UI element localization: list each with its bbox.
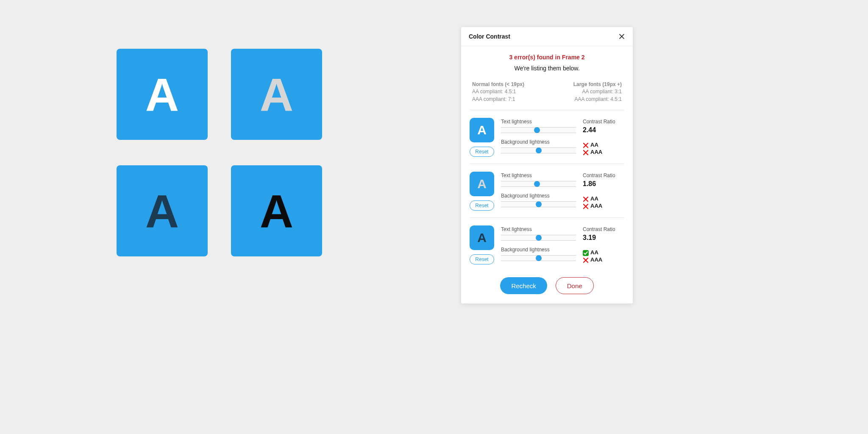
- background-lightness-group: Background lightness: [501, 193, 576, 207]
- canvas: A A A A: [117, 49, 322, 256]
- aa-status: AA: [583, 195, 624, 203]
- preview-column: A Reset: [470, 172, 494, 211]
- summary: 3 error(s) found in Frame 2 We're listin…: [461, 46, 633, 74]
- contrast-ratio-label: Contrast Ratio: [583, 119, 624, 125]
- background-lightness-slider[interactable]: [501, 255, 576, 261]
- reset-button[interactable]: Reset: [470, 200, 494, 211]
- text-lightness-group: Text lightness: [501, 119, 576, 133]
- background-lightness-label: Background lightness: [501, 193, 576, 199]
- fail-icon: [583, 257, 589, 263]
- error-row: A Reset Text lightness Background lightn…: [461, 164, 633, 217]
- background-lightness-group: Background lightness: [501, 247, 576, 261]
- error-row: A Reset Text lightness Background lightn…: [461, 110, 633, 164]
- aa-status: AA: [583, 142, 624, 149]
- error-count: 3 error(s) found in Frame 2: [470, 54, 624, 61]
- swatch-4[interactable]: A: [231, 165, 322, 256]
- reset-button[interactable]: Reset: [470, 254, 494, 264]
- text-lightness-slider[interactable]: [501, 235, 576, 241]
- slider-thumb[interactable]: [536, 147, 542, 153]
- error-row: A Reset Text lightness Background lightn…: [461, 218, 633, 271]
- panel-header: Color Contrast: [461, 27, 633, 46]
- slider-thumb[interactable]: [534, 127, 540, 133]
- preview-column: A Reset: [470, 118, 494, 157]
- ratio-column: Contrast Ratio 1.86 AA AAA: [583, 172, 624, 211]
- compliance-normal-heading: Normal fonts (< 19px): [472, 81, 524, 88]
- contrast-ratio-value: 2.44: [583, 126, 624, 134]
- aa-status: AA: [583, 249, 624, 256]
- text-lightness-label: Text lightness: [501, 172, 576, 178]
- fail-icon: [583, 142, 589, 148]
- color-preview: A: [470, 172, 494, 196]
- slider-thumb[interactable]: [536, 255, 542, 261]
- preview-column: A Reset: [470, 225, 494, 264]
- contrast-ratio-value: 1.86: [583, 180, 624, 188]
- fail-icon: [583, 196, 589, 202]
- fail-icon: [583, 150, 589, 156]
- aaa-status: AAA: [583, 203, 624, 210]
- compliance-large-aaa: AAA compliant: 4.5:1: [573, 96, 622, 103]
- text-lightness-label: Text lightness: [501, 226, 576, 232]
- text-lightness-label: Text lightness: [501, 119, 576, 125]
- recheck-button[interactable]: Recheck: [500, 277, 547, 294]
- color-preview: A: [470, 118, 494, 142]
- contrast-ratio-label: Contrast Ratio: [583, 172, 624, 178]
- background-lightness-slider[interactable]: [501, 201, 576, 207]
- background-lightness-slider[interactable]: [501, 147, 576, 153]
- reset-button[interactable]: Reset: [470, 147, 494, 157]
- compliance-large-aa: AA compliant: 3:1: [573, 88, 622, 95]
- panel-footer: Recheck Done: [461, 271, 633, 303]
- color-preview: A: [470, 225, 494, 250]
- aaa-status: AAA: [583, 256, 624, 264]
- compliance-normal-aa: AA compliant: 4.5:1: [472, 88, 524, 95]
- background-lightness-label: Background lightness: [501, 247, 576, 253]
- compliance-normal: Normal fonts (< 19px) AA compliant: 4.5:…: [472, 81, 524, 103]
- contrast-ratio-label: Contrast Ratio: [583, 226, 624, 232]
- slider-thumb[interactable]: [536, 201, 542, 207]
- slider-thumb[interactable]: [534, 181, 540, 187]
- background-lightness-group: Background lightness: [501, 139, 576, 153]
- ratio-column: Contrast Ratio 3.19 AA AAA: [583, 225, 624, 264]
- compliance-large: Large fonts (19px +) AA compliant: 3:1 A…: [573, 81, 622, 103]
- slider-thumb[interactable]: [536, 235, 542, 241]
- text-lightness-slider[interactable]: [501, 181, 576, 187]
- contrast-ratio-value: 3.19: [583, 234, 624, 242]
- ratio-column: Contrast Ratio 2.44 AA AAA: [583, 118, 624, 157]
- text-lightness-slider[interactable]: [501, 127, 576, 133]
- compliance-normal-aaa: AAA compliant: 7:1: [472, 96, 524, 103]
- text-lightness-group: Text lightness: [501, 172, 576, 187]
- sliders-column: Text lightness Background lightness: [501, 225, 576, 264]
- done-button[interactable]: Done: [556, 277, 594, 294]
- sliders-column: Text lightness Background lightness: [501, 118, 576, 157]
- swatch-2[interactable]: A: [231, 49, 322, 140]
- compliance-large-heading: Large fonts (19px +): [573, 81, 622, 88]
- compliance-info: Normal fonts (< 19px) AA compliant: 4.5:…: [461, 74, 633, 110]
- summary-subtext: We're listing them below.: [470, 65, 624, 72]
- close-icon[interactable]: [618, 33, 625, 40]
- text-lightness-group: Text lightness: [501, 226, 576, 241]
- sliders-column: Text lightness Background lightness: [501, 172, 576, 211]
- fail-icon: [583, 203, 589, 209]
- panel-title: Color Contrast: [469, 33, 510, 40]
- pass-icon: [583, 250, 589, 256]
- color-contrast-panel: Color Contrast 3 error(s) found in Frame…: [461, 27, 633, 303]
- swatch-3[interactable]: A: [117, 165, 208, 256]
- errors-list: A Reset Text lightness Background lightn…: [461, 110, 633, 271]
- swatch-1[interactable]: A: [117, 49, 208, 140]
- aaa-status: AAA: [583, 149, 624, 156]
- background-lightness-label: Background lightness: [501, 139, 576, 145]
